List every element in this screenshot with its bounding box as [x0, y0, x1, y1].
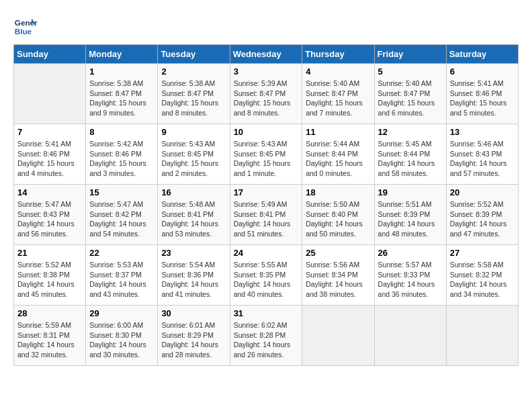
day-number: 20: [450, 187, 515, 197]
day-number: 3: [234, 66, 299, 77]
day-cell: 28Sunrise: 5:59 AM Sunset: 8:31 PM Dayli…: [14, 306, 86, 366]
day-number: 31: [234, 308, 299, 318]
day-cell: 29Sunrise: 6:00 AM Sunset: 8:30 PM Dayli…: [86, 306, 158, 366]
day-number: 9: [161, 127, 226, 137]
day-cell: 4Sunrise: 5:40 AM Sunset: 8:47 PM Daylig…: [302, 64, 374, 124]
column-header-thursday: Thursday: [302, 45, 374, 64]
day-number: 14: [17, 187, 82, 197]
day-cell: 31Sunrise: 6:02 AM Sunset: 8:28 PM Dayli…: [230, 306, 302, 366]
day-info: Sunrise: 5:58 AM Sunset: 8:32 PM Dayligh…: [450, 260, 515, 300]
day-cell: 22Sunrise: 5:53 AM Sunset: 8:37 PM Dayli…: [86, 245, 158, 306]
week-row-3: 14Sunrise: 5:47 AM Sunset: 8:43 PM Dayli…: [14, 185, 519, 245]
day-cell: 25Sunrise: 5:56 AM Sunset: 8:34 PM Dayli…: [302, 245, 374, 306]
day-cell: 30Sunrise: 6:01 AM Sunset: 8:29 PM Dayli…: [158, 306, 230, 366]
day-number: 26: [378, 248, 443, 258]
column-header-monday: Monday: [86, 45, 158, 64]
day-number: 12: [378, 127, 443, 137]
day-info: Sunrise: 5:42 AM Sunset: 8:46 PM Dayligh…: [89, 139, 154, 179]
day-info: Sunrise: 6:01 AM Sunset: 8:29 PM Dayligh…: [161, 320, 226, 360]
day-number: 11: [306, 127, 370, 137]
day-info: Sunrise: 5:46 AM Sunset: 8:43 PM Dayligh…: [450, 139, 515, 179]
day-number: 19: [378, 187, 443, 197]
day-info: Sunrise: 5:56 AM Sunset: 8:34 PM Dayligh…: [306, 260, 370, 300]
day-info: Sunrise: 5:51 AM Sunset: 8:39 PM Dayligh…: [378, 199, 443, 239]
day-number: 8: [89, 127, 154, 137]
day-info: Sunrise: 6:02 AM Sunset: 8:28 PM Dayligh…: [234, 320, 299, 360]
day-cell: 5Sunrise: 5:40 AM Sunset: 8:47 PM Daylig…: [374, 64, 446, 124]
day-info: Sunrise: 5:40 AM Sunset: 8:47 PM Dayligh…: [378, 79, 443, 118]
day-info: Sunrise: 5:54 AM Sunset: 8:36 PM Dayligh…: [161, 260, 226, 300]
day-number: 16: [161, 187, 226, 197]
day-info: Sunrise: 5:57 AM Sunset: 8:33 PM Dayligh…: [378, 260, 443, 300]
day-info: Sunrise: 5:55 AM Sunset: 8:35 PM Dayligh…: [234, 260, 299, 300]
day-info: Sunrise: 6:00 AM Sunset: 8:30 PM Dayligh…: [89, 320, 154, 360]
day-number: 10: [234, 127, 299, 137]
day-number: 28: [17, 308, 82, 318]
day-cell: 15Sunrise: 5:47 AM Sunset: 8:42 PM Dayli…: [86, 185, 158, 245]
day-number: 13: [450, 127, 515, 137]
calendar-table: SundayMondayTuesdayWednesdayThursdayFrid…: [13, 44, 519, 366]
column-header-tuesday: Tuesday: [158, 45, 230, 64]
day-info: Sunrise: 5:39 AM Sunset: 8:47 PM Dayligh…: [234, 79, 299, 118]
day-info: Sunrise: 5:59 AM Sunset: 8:31 PM Dayligh…: [17, 320, 82, 360]
day-number: 27: [450, 248, 515, 258]
day-number: 1: [89, 66, 154, 77]
day-number: 29: [89, 308, 154, 318]
day-number: 2: [161, 66, 226, 77]
week-row-2: 7Sunrise: 5:41 AM Sunset: 8:46 PM Daylig…: [14, 124, 519, 185]
day-info: Sunrise: 5:52 AM Sunset: 8:39 PM Dayligh…: [450, 199, 515, 239]
day-number: 25: [306, 248, 370, 258]
day-cell: 7Sunrise: 5:41 AM Sunset: 8:46 PM Daylig…: [14, 124, 86, 185]
day-number: 24: [234, 248, 299, 258]
logo: General Blue: [13, 13, 40, 38]
day-cell: 1Sunrise: 5:38 AM Sunset: 8:47 PM Daylig…: [86, 64, 158, 124]
day-cell: 10Sunrise: 5:43 AM Sunset: 8:45 PM Dayli…: [230, 124, 302, 185]
day-cell: 23Sunrise: 5:54 AM Sunset: 8:36 PM Dayli…: [158, 245, 230, 306]
day-info: Sunrise: 5:47 AM Sunset: 8:42 PM Dayligh…: [89, 199, 154, 239]
day-cell: 12Sunrise: 5:45 AM Sunset: 8:44 PM Dayli…: [374, 124, 446, 185]
day-cell: 17Sunrise: 5:49 AM Sunset: 8:41 PM Dayli…: [230, 185, 302, 245]
day-number: 23: [161, 248, 226, 258]
day-cell: 27Sunrise: 5:58 AM Sunset: 8:32 PM Dayli…: [446, 245, 518, 306]
day-number: 21: [17, 248, 82, 258]
day-cell: [14, 64, 86, 124]
day-info: Sunrise: 5:41 AM Sunset: 8:46 PM Dayligh…: [17, 139, 82, 179]
day-info: Sunrise: 5:44 AM Sunset: 8:44 PM Dayligh…: [306, 139, 370, 179]
day-cell: 2Sunrise: 5:38 AM Sunset: 8:47 PM Daylig…: [158, 64, 230, 124]
day-cell: [302, 306, 374, 366]
day-info: Sunrise: 5:49 AM Sunset: 8:41 PM Dayligh…: [234, 199, 299, 239]
day-number: 15: [89, 187, 154, 197]
day-cell: 13Sunrise: 5:46 AM Sunset: 8:43 PM Dayli…: [446, 124, 518, 185]
day-number: 18: [306, 187, 370, 197]
day-number: 5: [378, 66, 443, 77]
day-cell: 18Sunrise: 5:50 AM Sunset: 8:40 PM Dayli…: [302, 185, 374, 245]
day-cell: [446, 306, 518, 366]
day-cell: 20Sunrise: 5:52 AM Sunset: 8:39 PM Dayli…: [446, 185, 518, 245]
calendar-header: SundayMondayTuesdayWednesdayThursdayFrid…: [14, 45, 519, 64]
header-row: SundayMondayTuesdayWednesdayThursdayFrid…: [14, 45, 519, 64]
day-cell: 19Sunrise: 5:51 AM Sunset: 8:39 PM Dayli…: [374, 185, 446, 245]
day-cell: 14Sunrise: 5:47 AM Sunset: 8:43 PM Dayli…: [14, 185, 86, 245]
day-info: Sunrise: 5:40 AM Sunset: 8:47 PM Dayligh…: [306, 79, 370, 118]
calendar-body: 1Sunrise: 5:38 AM Sunset: 8:47 PM Daylig…: [14, 64, 519, 366]
column-header-sunday: Sunday: [14, 45, 86, 64]
column-header-friday: Friday: [374, 45, 446, 64]
day-info: Sunrise: 5:41 AM Sunset: 8:46 PM Dayligh…: [450, 79, 515, 118]
day-info: Sunrise: 5:45 AM Sunset: 8:44 PM Dayligh…: [378, 139, 443, 179]
column-header-wednesday: Wednesday: [230, 45, 302, 64]
day-number: 7: [17, 127, 82, 137]
week-row-1: 1Sunrise: 5:38 AM Sunset: 8:47 PM Daylig…: [14, 64, 519, 124]
day-number: 4: [306, 66, 370, 77]
day-cell: 16Sunrise: 5:48 AM Sunset: 8:41 PM Dayli…: [158, 185, 230, 245]
column-header-saturday: Saturday: [446, 45, 518, 64]
day-info: Sunrise: 5:38 AM Sunset: 8:47 PM Dayligh…: [89, 79, 154, 118]
day-number: 30: [161, 308, 226, 318]
day-cell: 9Sunrise: 5:43 AM Sunset: 8:45 PM Daylig…: [158, 124, 230, 185]
day-cell: 8Sunrise: 5:42 AM Sunset: 8:46 PM Daylig…: [86, 124, 158, 185]
day-cell: 6Sunrise: 5:41 AM Sunset: 8:46 PM Daylig…: [446, 64, 518, 124]
day-cell: 11Sunrise: 5:44 AM Sunset: 8:44 PM Dayli…: [302, 124, 374, 185]
day-info: Sunrise: 5:52 AM Sunset: 8:38 PM Dayligh…: [17, 260, 82, 300]
day-cell: 24Sunrise: 5:55 AM Sunset: 8:35 PM Dayli…: [230, 245, 302, 306]
logo-icon: General Blue: [13, 13, 38, 38]
svg-text:Blue: Blue: [15, 27, 32, 36]
